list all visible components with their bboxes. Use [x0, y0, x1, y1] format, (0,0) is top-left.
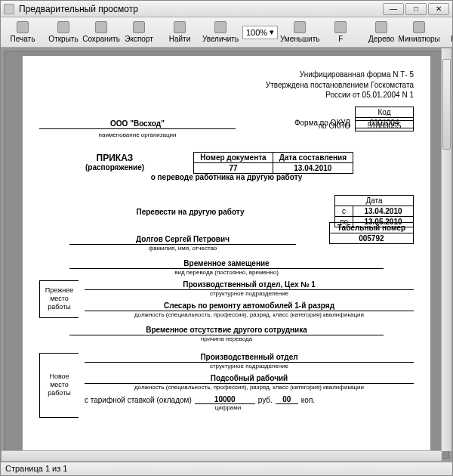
- prev-side-label: Прежнее место работы: [39, 280, 79, 318]
- window-title: Предварительный просмотр: [19, 4, 383, 14]
- doc-number: 77: [194, 162, 273, 173]
- zoom-in-button[interactable]: Увеличить: [202, 19, 239, 46]
- rate-caption: цифрами: [198, 404, 258, 411]
- open-label: Открыть: [48, 35, 78, 43]
- doc-date: 13.04.2010: [273, 162, 353, 173]
- doc-subtitle1: (распоряжение): [39, 163, 190, 172]
- transfer-date-table: Дата с13.04.2010 по13.05.2010: [334, 195, 414, 227]
- rate-amount: 10000: [195, 395, 255, 404]
- new-job-caption: должность (специальность, профессия), ра…: [85, 384, 414, 391]
- export-button[interactable]: Экспорт: [120, 19, 158, 46]
- org-caption: наименование организации: [39, 131, 236, 138]
- tree-label: Дерево: [368, 35, 394, 43]
- from-date: 13.04.2010: [353, 206, 414, 216]
- print-label: Печать: [11, 35, 35, 43]
- form-line2: Утверждена постановлением Госкомстата: [39, 80, 414, 91]
- find-button[interactable]: Найти: [161, 19, 199, 46]
- prev-dept: Производственный отдел, Цех № 1: [85, 280, 414, 290]
- thumbs-icon: [413, 21, 425, 33]
- form-line3: России от 05.01.2004 N 1: [39, 90, 414, 100]
- f-button[interactable]: F: [322, 19, 359, 46]
- code-header: Код: [355, 107, 414, 117]
- print-button[interactable]: Печать: [4, 19, 42, 46]
- close-button[interactable]: ✕: [428, 3, 449, 15]
- vertical-scrollbar[interactable]: [441, 48, 451, 451]
- transfer-type-caption: вид перевода (постоянно, временно): [39, 269, 414, 276]
- zoom-out-label: Уменьшить: [280, 35, 319, 43]
- zoom-select[interactable]: 100% ▾: [242, 26, 278, 39]
- find-label: Найти: [169, 35, 191, 43]
- okpo-value: 51883055: [355, 120, 414, 131]
- okpo-label: по ОКПО: [319, 122, 350, 130]
- doc-subtitle2: о переводе работника на другую работу: [39, 173, 414, 181]
- save-icon: [95, 21, 107, 33]
- transfer-date-header: Дата: [335, 195, 414, 206]
- new-dept-caption: структурное подразделение: [85, 363, 414, 369]
- maximize-button[interactable]: □: [405, 3, 427, 15]
- zoom-in-icon: [214, 21, 226, 33]
- preview-viewport: Унифицированная форма N Т- 5 Утверждена …: [1, 48, 452, 462]
- new-side-label: Новое место работы: [39, 353, 79, 418]
- rate-label: с тарифной ставкой (окладом): [85, 396, 192, 404]
- minimize-button[interactable]: —: [383, 3, 404, 15]
- document-page: Унифицированная форма N Т- 5 Утверждена …: [23, 56, 430, 458]
- new-dept: Производственный отдел: [85, 353, 414, 363]
- fields-button[interactable]: Поля: [441, 19, 452, 46]
- f-label: F: [338, 35, 343, 43]
- f-icon: [334, 21, 347, 33]
- export-icon: [133, 21, 145, 33]
- tree-button[interactable]: Дерево: [362, 19, 400, 46]
- toolbar: Печать Открыть Сохранить Экспорт Найти У…: [1, 17, 452, 48]
- prev-dept-caption: структурное подразделение: [85, 290, 414, 297]
- app-icon: [4, 4, 14, 14]
- tree-icon: [375, 21, 387, 33]
- open-icon: [57, 21, 69, 33]
- employee-fio: Долгов Сергей Петрович: [69, 235, 296, 245]
- zoom-out-icon: [294, 21, 306, 33]
- open-button[interactable]: Открыть: [45, 19, 82, 46]
- find-icon: [174, 21, 186, 33]
- transfer-type: Временное замещение: [69, 259, 384, 269]
- save-button[interactable]: Сохранить: [82, 19, 120, 46]
- doc-title-block: ПРИКАЗ (распоряжение): [39, 153, 190, 172]
- status-bar: Страница 1 из 1: [1, 462, 452, 475]
- save-label: Сохранить: [82, 35, 120, 43]
- form-line1: Унифицированная форма N Т- 5: [39, 70, 414, 80]
- thumbs-label: Миниатюры: [399, 35, 440, 43]
- doc-title: ПРИКАЗ: [39, 153, 190, 163]
- prev-job: Слесарь по ремонту автомобилей 1-й разря…: [85, 301, 414, 311]
- horizontal-scrollbar[interactable]: [2, 450, 442, 461]
- rub-label: руб.: [258, 396, 273, 404]
- zoom-value: 100%: [246, 28, 267, 37]
- prev-job-caption: должность (специальность, профессия), ра…: [85, 311, 414, 318]
- reason: Временное отсутствие другого сотрудника: [69, 326, 384, 335]
- title-bar: Предварительный просмотр — □ ✕: [1, 1, 452, 17]
- tab-header: Табельный номер: [329, 222, 413, 233]
- kop-value: 00: [276, 395, 298, 404]
- doc-number-table: Номер документа Дата составления 77 13.0…: [193, 152, 353, 174]
- form-header: Унифицированная форма N Т- 5 Утверждена …: [39, 70, 414, 100]
- from-label: с: [335, 206, 353, 216]
- thumbs-button[interactable]: Миниатюры: [400, 19, 438, 46]
- reason-caption: причина перевода: [39, 335, 414, 342]
- doc-number-header: Номер документа: [194, 152, 273, 162]
- org-name: ООО "Восход": [39, 119, 236, 129]
- print-icon: [17, 21, 29, 33]
- transfer-label: Перевести на другую работу: [92, 208, 288, 216]
- zoom-in-label: Увеличить: [202, 35, 239, 43]
- fio-caption: фамилия, имя, отчество: [69, 245, 296, 252]
- doc-date-header: Дата составления: [273, 152, 353, 162]
- kop-label: коп.: [301, 396, 315, 404]
- fields-label: Поля: [451, 35, 452, 43]
- zoom-out-button[interactable]: Уменьшить: [281, 19, 319, 46]
- export-label: Экспорт: [125, 35, 153, 43]
- new-job: Подсобный рабочий: [85, 374, 414, 384]
- page-status: Страница 1 из 1: [5, 464, 67, 473]
- scrollbar-thumb[interactable]: [442, 59, 451, 150]
